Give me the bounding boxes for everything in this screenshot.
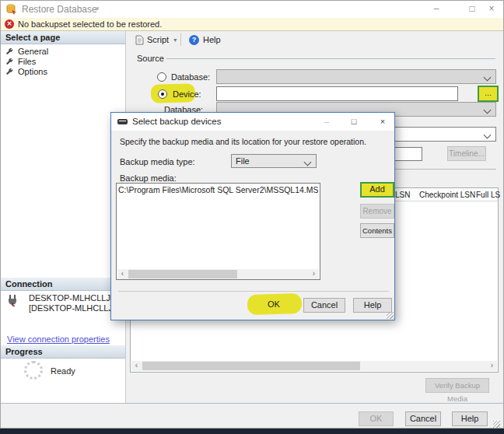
database-radio[interactable] xyxy=(157,72,166,82)
modal-help-button[interactable]: Help xyxy=(353,298,392,313)
scrollbar-thumb[interactable] xyxy=(142,362,360,370)
error-icon: ✕ xyxy=(5,19,14,29)
wrench-icon xyxy=(5,58,13,65)
sidebar-item-label: Options xyxy=(18,67,47,76)
list-horizontal-scrollbar[interactable]: ‹ › xyxy=(117,269,319,279)
toolbar-separator xyxy=(180,33,181,46)
remove-button: Remove xyxy=(360,204,394,219)
scrollbar-thumb[interactable] xyxy=(128,270,237,278)
backup-media-type-label: Backup media type: xyxy=(120,157,195,166)
wrench-icon xyxy=(5,68,13,75)
help-button[interactable]: Help xyxy=(452,411,488,426)
ok-button: OK xyxy=(359,411,394,426)
add-button[interactable]: Add xyxy=(360,182,394,198)
progress-status: Ready xyxy=(51,366,75,376)
sidebar-item-options[interactable]: Options xyxy=(5,66,122,76)
chevron-down-icon xyxy=(484,74,492,82)
window-title: Restore Database xyxy=(22,4,97,15)
help-icon: ? xyxy=(189,35,199,45)
server-connection-icon xyxy=(7,294,21,308)
chevron-down-icon xyxy=(484,107,492,114)
script-label: Script xyxy=(147,35,169,44)
backup-media-label: Backup media: xyxy=(120,173,177,183)
source-group-line xyxy=(166,58,495,59)
scroll-left-arrow[interactable]: ‹ xyxy=(131,361,142,371)
close-button[interactable]: × xyxy=(482,1,501,17)
sidebar-item-files[interactable]: Files xyxy=(5,56,122,66)
cancel-button[interactable]: Cancel xyxy=(405,411,441,426)
select-a-page-header: Select a page xyxy=(1,31,125,44)
device-radio[interactable] xyxy=(158,89,167,99)
script-icon xyxy=(135,35,144,45)
maximize-button[interactable]: □ xyxy=(463,1,481,17)
sidebar-item-general[interactable]: General xyxy=(5,46,122,56)
sidebar-item-label: Files xyxy=(18,57,36,66)
window-titlebar: Restore Database ▾ – □ × xyxy=(1,1,503,18)
source-database-dropdown xyxy=(216,69,496,84)
timeline-button: Timeline... xyxy=(447,146,486,161)
scroll-right-arrow[interactable]: › xyxy=(309,269,319,279)
sidebar-item-label: General xyxy=(18,47,48,56)
contents-button[interactable]: Contents xyxy=(360,223,394,238)
progress-header: Progress xyxy=(1,345,125,359)
grid-column-checkpoint-lsn: Checkpoint LSN xyxy=(419,191,475,199)
backup-media-list-item[interactable]: C:\Program Files\Microsoft SQL Server2\M… xyxy=(118,185,318,194)
modal-titlebar: Select backup devices – □ × xyxy=(111,113,394,131)
grid-horizontal-scrollbar[interactable]: ‹ › xyxy=(131,361,497,371)
backup-media-list[interactable]: C:\Program Files\Microsoft SQL Server2\M… xyxy=(116,183,320,280)
browse-device-button[interactable]: ... xyxy=(478,86,499,102)
chevron-down-icon xyxy=(304,159,312,166)
alert-text: No backupset selected to be restored. xyxy=(18,19,162,29)
connection-server: DESKTOP-MLHCLLJ xyxy=(29,293,110,303)
resize-grip[interactable] xyxy=(493,421,500,428)
grid-column-lsn: LSN xyxy=(395,191,410,199)
device-path-input[interactable] xyxy=(216,86,458,101)
grid-column-full-lsn: Full LS xyxy=(476,191,500,199)
modal-minimize-button: – xyxy=(320,114,334,129)
footer-separator xyxy=(1,403,503,404)
alert-bar: ✕ No backupset selected to be restored. xyxy=(1,18,503,31)
modal-close-button[interactable]: × xyxy=(376,114,390,129)
database-radio-label[interactable]: Database: xyxy=(171,72,210,82)
restore-database-window: Restore Database ▾ – □ × ✕ No backupset … xyxy=(0,0,504,429)
modal-cancel-button[interactable]: Cancel xyxy=(303,298,345,313)
modal-footer-separator xyxy=(118,291,389,292)
help-toolbar-button[interactable]: ? Help xyxy=(187,33,223,47)
modal-resize-grip[interactable] xyxy=(387,312,394,319)
chevron-down-icon xyxy=(484,131,492,139)
taskbar-edge xyxy=(0,429,504,434)
dialog-toolbar: Script ▾ ? Help xyxy=(126,31,503,48)
wrench-icon xyxy=(5,47,13,55)
progress-spinner xyxy=(24,361,43,380)
modal-title: Select backup devices xyxy=(132,117,221,126)
select-backup-devices-dialog: Select backup devices – □ × Specify the … xyxy=(110,112,395,320)
help-label: Help xyxy=(203,35,221,44)
minimize-button[interactable]: – xyxy=(427,1,446,17)
scroll-left-arrow[interactable]: ‹ xyxy=(117,269,128,279)
script-dropdown-icon: ▾ xyxy=(173,37,177,44)
sidebar: Select a page General Files Options Con xyxy=(1,31,126,403)
modal-ok-button[interactable]: OK xyxy=(252,298,296,312)
restore-database-icon xyxy=(6,4,17,15)
scroll-right-arrow[interactable]: › xyxy=(487,361,497,371)
view-connection-properties-link[interactable]: View connection properties xyxy=(7,334,110,344)
backup-media-type-dropdown[interactable]: File xyxy=(231,154,317,168)
connection-header: Connection xyxy=(1,278,125,291)
source-group-title: Source xyxy=(137,54,164,63)
title-dropdown-icon: ▾ xyxy=(96,5,100,12)
modal-maximize-button[interactable]: □ xyxy=(347,114,361,129)
backup-device-icon xyxy=(117,119,128,124)
verify-backup-media-button: Verify Backup Media xyxy=(425,378,489,393)
backup-media-type-value: File xyxy=(236,156,250,166)
script-button[interactable]: Script ▾ xyxy=(133,33,179,47)
screen: Restore Database ▾ – □ × ✕ No backupset … xyxy=(0,0,504,434)
device-radio-label[interactable]: Device: xyxy=(173,89,201,99)
radio-selected-dot xyxy=(161,93,164,96)
modal-description: Specify the backup media and its locatio… xyxy=(120,137,366,146)
